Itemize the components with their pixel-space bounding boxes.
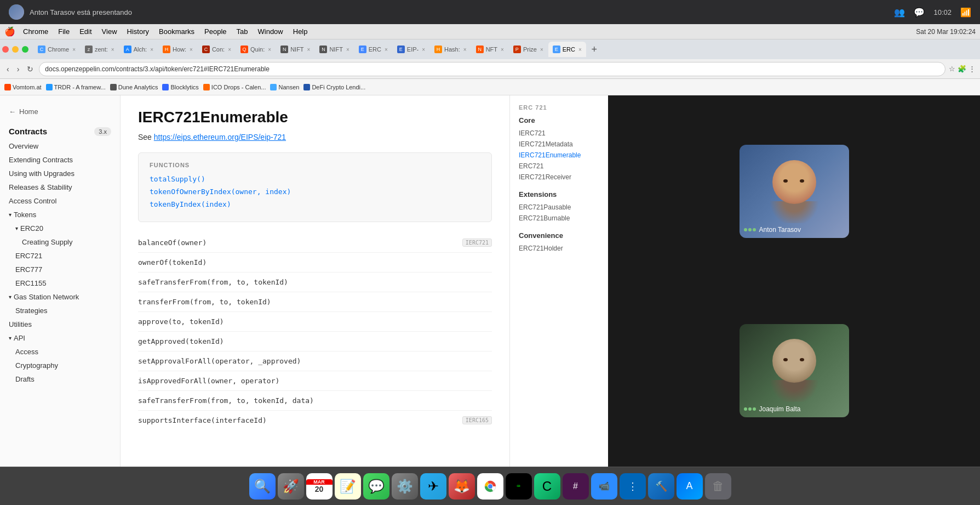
sidebar-drafts[interactable]: Drafts xyxy=(0,372,120,386)
tab-erc-active[interactable]: E ERC × xyxy=(548,42,586,57)
tab-nft[interactable]: N NFT × xyxy=(472,42,508,57)
dock-trash[interactable]: 🗑 xyxy=(705,473,731,500)
dock-notes[interactable]: 📝 xyxy=(335,473,361,500)
people-icon[interactable]: 👥 xyxy=(894,7,905,18)
sidebar-erc777[interactable]: ERC777 xyxy=(0,263,120,276)
tab-hash[interactable]: H Hash: × xyxy=(430,42,471,57)
window-minimize[interactable] xyxy=(12,46,19,53)
tab-nift2[interactable]: N NIFT × xyxy=(315,42,353,57)
tab-prize[interactable]: P Prize × xyxy=(509,42,548,57)
sidebar-api-group[interactable]: ▾ API xyxy=(0,331,120,345)
menu-history[interactable]: History xyxy=(123,26,153,37)
menu-tab[interactable]: Tab xyxy=(232,26,253,37)
bookmarks-bar: Vomtom.at TRDR - A framew... Dune Analyt… xyxy=(0,79,980,95)
menu-chrome[interactable]: Chrome xyxy=(19,26,53,37)
apple-menu[interactable]: 🍎 xyxy=(4,26,15,37)
menu-view[interactable]: View xyxy=(98,26,122,37)
sidebar-gas-station-group[interactable]: ▾ Gas Station Network xyxy=(0,290,120,304)
sidebar-releases[interactable]: Releases & Stability xyxy=(0,180,120,194)
bookmark-defi[interactable]: DeFi Crypto Lendi... xyxy=(303,84,365,90)
sidebar-erc20-group[interactable]: ▾ ERC20 xyxy=(0,222,120,235)
dock-vscode[interactable]: ⋮ xyxy=(620,473,646,500)
tab-chrome[interactable]: C Chrome × xyxy=(33,42,80,57)
sidebar-overview[interactable]: Overview xyxy=(0,139,120,153)
sidebar-extending[interactable]: Extending Contracts xyxy=(0,153,120,167)
dock-terminal[interactable]: ⌨ xyxy=(506,473,532,500)
bookmark-trdr[interactable]: TRDR - A framew... xyxy=(46,84,106,90)
window-close[interactable] xyxy=(2,46,9,53)
func-total-supply[interactable]: totalSupply() xyxy=(150,175,480,183)
new-tab-button[interactable]: + xyxy=(587,42,602,57)
address-bar[interactable]: docs.openzeppelin.com/contracts/3.x/api/… xyxy=(39,62,945,76)
bookmark-vomtom[interactable]: Vomtom.at xyxy=(4,84,42,90)
erc721-functions-list: balanceOf(owner) IERC721 ownerOf(tokenId… xyxy=(138,233,492,430)
version-badge[interactable]: 3.x xyxy=(94,127,111,136)
right-ierc721enumerable[interactable]: IERC721Enumerable xyxy=(519,150,599,161)
right-ierc721metadata[interactable]: IERC721Metadata xyxy=(519,139,599,150)
eip-link[interactable]: https://eips.ethereum.org/EIPS/eip-721 xyxy=(154,133,286,141)
back-button[interactable]: ‹ xyxy=(4,64,12,75)
tab-nift1[interactable]: N NIFT × xyxy=(276,42,314,57)
sidebar-erc721[interactable]: ERC721 xyxy=(0,249,120,263)
menu-edit[interactable]: Edit xyxy=(75,26,96,37)
dock-appstore[interactable]: A xyxy=(677,473,703,500)
menu-people[interactable]: People xyxy=(200,26,231,37)
tab-eip[interactable]: E EIP- × xyxy=(393,42,429,57)
dock-messages[interactable]: 💬 xyxy=(363,473,389,500)
dock-calendar[interactable]: MAR 20 xyxy=(306,473,333,500)
func-token-by-index[interactable]: tokenByIndex(index) xyxy=(150,200,480,208)
right-erc721[interactable]: ERC721 xyxy=(519,161,599,172)
dock-clion[interactable]: C xyxy=(534,473,560,500)
menu-btn[interactable]: ⋮ xyxy=(968,65,976,73)
menu-bookmarks[interactable]: Bookmarks xyxy=(154,26,199,37)
func-sig-setapproval: setApprovalForAll(operator, _approved) xyxy=(138,357,301,365)
tab-con[interactable]: C Con: × xyxy=(198,42,236,57)
dock-firefox[interactable]: 🦊 xyxy=(449,473,475,500)
dock-system-prefs[interactable]: ⚙️ xyxy=(392,473,418,500)
sidebar-home[interactable]: ← Home xyxy=(0,104,120,119)
extensions-btn[interactable]: 🧩 xyxy=(958,65,966,73)
right-ierc721receiver[interactable]: IERC721Receiver xyxy=(519,172,599,183)
bookmark-blocklytics[interactable]: Blocklytics xyxy=(162,84,198,90)
right-erc721holder[interactable]: ERC721Holder xyxy=(519,243,599,254)
bookmark-icodrops[interactable]: ICO Drops - Calen... xyxy=(203,84,266,90)
sidebar-access[interactable]: Access xyxy=(0,345,120,359)
tab-zent[interactable]: z zent: × xyxy=(81,42,119,57)
anton-name: Anton Tarasov xyxy=(744,226,801,234)
tab-how[interactable]: H How: × xyxy=(158,42,197,57)
sidebar-strategies[interactable]: Strategies xyxy=(0,304,120,317)
chat-icon[interactable]: 💬 xyxy=(914,7,925,18)
sidebar-upgrades[interactable]: Using with Upgrades xyxy=(0,167,120,180)
bookmark-nansen[interactable]: Nansen xyxy=(270,84,299,90)
dock-xcode[interactable]: 🔨 xyxy=(648,473,674,500)
sidebar-erc1155[interactable]: ERC1155 xyxy=(0,276,120,290)
menu-window[interactable]: Window xyxy=(254,26,288,37)
tab-quin[interactable]: Q Quin: × xyxy=(236,42,276,57)
menu-file[interactable]: File xyxy=(54,26,74,37)
right-ierc721[interactable]: IERC721 xyxy=(519,128,599,139)
dock-chrome[interactable] xyxy=(477,473,503,500)
core-label: Core xyxy=(519,116,599,124)
dock-finder[interactable]: 🔍 xyxy=(249,473,276,500)
sidebar-creating-supply[interactable]: Creating Supply xyxy=(0,235,120,249)
reload-button[interactable]: ↻ xyxy=(25,64,36,75)
sidebar-tokens-group[interactable]: ▾ Tokens xyxy=(0,208,120,222)
dock-slack[interactable]: # xyxy=(563,473,589,500)
dock-zoom[interactable]: 📹 xyxy=(591,473,617,500)
tab-erc1[interactable]: E ERC × xyxy=(354,42,392,57)
dock-launchpad[interactable]: 🚀 xyxy=(278,473,304,500)
menu-help[interactable]: Help xyxy=(289,26,312,37)
tab-alch[interactable]: A Alch: × xyxy=(119,42,158,57)
right-erc721pausable[interactable]: ERC721Pausable xyxy=(519,202,599,213)
dock-telegram[interactable]: ✈ xyxy=(420,473,446,500)
browser-actions: ☆ 🧩 ⋮ xyxy=(949,65,976,73)
right-erc721burnable[interactable]: ERC721Burnable xyxy=(519,213,599,224)
window-maximize[interactable] xyxy=(22,46,28,53)
func-token-of-owner[interactable]: tokenOfOwnerByIndex(owner, index) xyxy=(150,188,480,196)
bookmark-dune[interactable]: Dune Analytics xyxy=(110,84,158,90)
sidebar-utilities[interactable]: Utilities xyxy=(0,317,120,331)
bookmark-star[interactable]: ☆ xyxy=(949,65,955,73)
forward-button[interactable]: › xyxy=(15,64,22,75)
sidebar-cryptography[interactable]: Cryptography xyxy=(0,359,120,372)
sidebar-access-control[interactable]: Access Control xyxy=(0,194,120,208)
